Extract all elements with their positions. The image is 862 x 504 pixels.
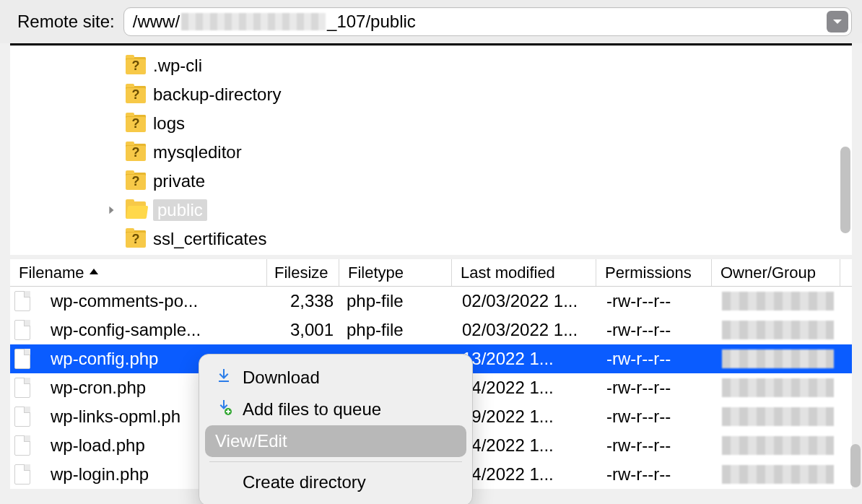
file-owner-redacted: [722, 349, 834, 368]
file-permissions: -rw-r--r--: [606, 291, 719, 311]
tree-item-label: private: [153, 171, 205, 191]
file-modified: 24/2022 1...: [462, 464, 604, 485]
file-name: wp-config-sample...: [51, 320, 267, 340]
file-type: php-file: [347, 291, 456, 311]
file-icon: [14, 291, 30, 311]
file-size: 2,338: [269, 291, 334, 311]
file-permissions: -rw-r--r--: [606, 349, 719, 369]
menu-item-label: Add files to queue: [243, 399, 381, 420]
file-permissions: -rw-r--r--: [606, 464, 719, 485]
tree-item-ssl-certificates[interactable]: ?ssl_certificates: [10, 225, 852, 253]
file-icon: [14, 435, 30, 456]
tree-item-label: public: [153, 199, 207, 221]
file-icon: [14, 349, 30, 369]
file-permissions: -rw-r--r--: [606, 320, 719, 340]
column-header-label: Permissions: [605, 264, 692, 282]
file-modified: 09/2022 1...: [462, 407, 604, 427]
file-name: wp-comments-po...: [51, 291, 267, 311]
column-header-label: Owner/Group: [720, 264, 816, 282]
file-modified: 02/03/2022 1...: [462, 291, 604, 311]
file-permissions: -rw-r--r--: [606, 407, 719, 427]
download-icon: [215, 367, 232, 388]
file-owner-redacted: [722, 378, 834, 397]
path-redacted: [181, 13, 326, 30]
column-header-last_modified[interactable]: Last modified: [455, 259, 596, 286]
menu-item-create-directory[interactable]: Create directory: [199, 466, 472, 498]
folder-unknown-icon: ?: [126, 230, 146, 248]
tree-item-label: .wp-cli: [153, 56, 202, 76]
file-owner-redacted: [722, 436, 834, 455]
expand-chevron-icon[interactable]: [104, 205, 118, 215]
file-icon: [14, 464, 30, 485]
column-header-owner_group[interactable]: Owner/Group: [715, 259, 840, 286]
context-menu: DownloadAdd files to queueView/EditCreat…: [199, 354, 473, 504]
chevron-down-icon: [832, 16, 843, 27]
tree-item-label: logs: [153, 113, 185, 134]
folder-unknown-icon: ?: [126, 115, 146, 132]
file-owner-redacted: [722, 292, 834, 310]
tree-item-label: backup-directory: [153, 84, 281, 105]
folder-unknown-icon: ?: [126, 173, 146, 190]
tree-scrollbar[interactable]: [840, 147, 850, 233]
menu-separator: [209, 461, 462, 462]
file-list-header: FilenameFilesizeFiletypeLast modifiedPer…: [10, 259, 852, 287]
file-icon: [14, 407, 30, 427]
column-header-label: Last modified: [461, 264, 555, 282]
remote-path-combobox[interactable]: /www/ _107/public: [123, 7, 852, 36]
column-header-permissions[interactable]: Permissions: [599, 259, 712, 286]
file-modified: 24/2022 1...: [462, 378, 604, 398]
menu-item-label: Download: [243, 368, 320, 388]
column-header-filetype[interactable]: Filetype: [342, 259, 452, 286]
folder-unknown-icon: ?: [126, 86, 146, 103]
file-row[interactable]: wp-config-sample...3,001php-file02/03/20…: [10, 316, 852, 344]
path-prefix: /www/: [133, 12, 180, 32]
file-owner-redacted: [722, 465, 834, 484]
file-modified: 13/2022 1...: [462, 349, 604, 369]
file-owner-redacted: [722, 321, 834, 339]
remote-site-label: Remote site:: [17, 12, 115, 32]
file-modified: 02/03/2022 1...: [462, 320, 604, 340]
file-icon: [14, 378, 30, 398]
tree-item-label: ssl_certificates: [153, 229, 266, 249]
column-header-label: Filetype: [348, 264, 404, 282]
file-permissions: -rw-r--r--: [606, 378, 719, 398]
column-header-filesize[interactable]: Filesize: [269, 259, 339, 286]
tree-item-public[interactable]: public: [10, 196, 852, 225]
folder-unknown-icon: ?: [126, 144, 146, 161]
menu-item-label: Create directory: [243, 472, 366, 492]
file-permissions: -rw-r--r--: [606, 435, 719, 456]
folder-unknown-icon: ?: [126, 57, 146, 74]
file-owner-redacted: [722, 407, 834, 426]
file-size: 3,001: [269, 320, 334, 340]
column-header-label: Filesize: [274, 264, 328, 282]
tree-item-private[interactable]: ?private: [10, 167, 852, 196]
tree-item--wp-cli[interactable]: ?.wp-cli: [10, 51, 852, 80]
path-suffix: _107/public: [327, 12, 416, 32]
file-type: php-file: [347, 320, 456, 340]
path-dropdown-button[interactable]: [827, 11, 848, 32]
file-list-scrollbar[interactable]: [850, 444, 861, 487]
sort-ascending-icon: [88, 264, 100, 282]
file-row[interactable]: wp-comments-po...2,338php-file02/03/2022…: [10, 287, 852, 316]
file-icon: [14, 320, 30, 340]
menu-item-label: View/Edit: [215, 431, 287, 451]
folder-open-icon: [126, 201, 146, 219]
top-bar: Remote site: /www/ _107/public: [0, 0, 862, 43]
tree-item-logs[interactable]: ?logs: [10, 109, 852, 138]
remote-tree-panel[interactable]: ?.wp-cli?backup-directory?logs?mysqledit…: [10, 45, 852, 255]
menu-item-view-edit[interactable]: View/Edit: [205, 425, 466, 457]
tree-item-backup-directory[interactable]: ?backup-directory: [10, 80, 852, 109]
column-header-filename[interactable]: Filename: [13, 259, 267, 286]
svg-rect-0: [219, 381, 229, 382]
remote-path-text: /www/ _107/public: [133, 12, 827, 32]
file-modified: 24/2022 1...: [462, 435, 604, 456]
column-header-label: Filename: [19, 264, 84, 282]
tree-item-label: mysqleditor: [153, 142, 242, 162]
menu-item-add-files-to-queue[interactable]: Add files to queue: [199, 394, 472, 425]
add-to-queue-icon: [215, 399, 232, 420]
tree-item-mysqleditor[interactable]: ?mysqleditor: [10, 138, 852, 167]
menu-item-download[interactable]: Download: [199, 362, 472, 394]
